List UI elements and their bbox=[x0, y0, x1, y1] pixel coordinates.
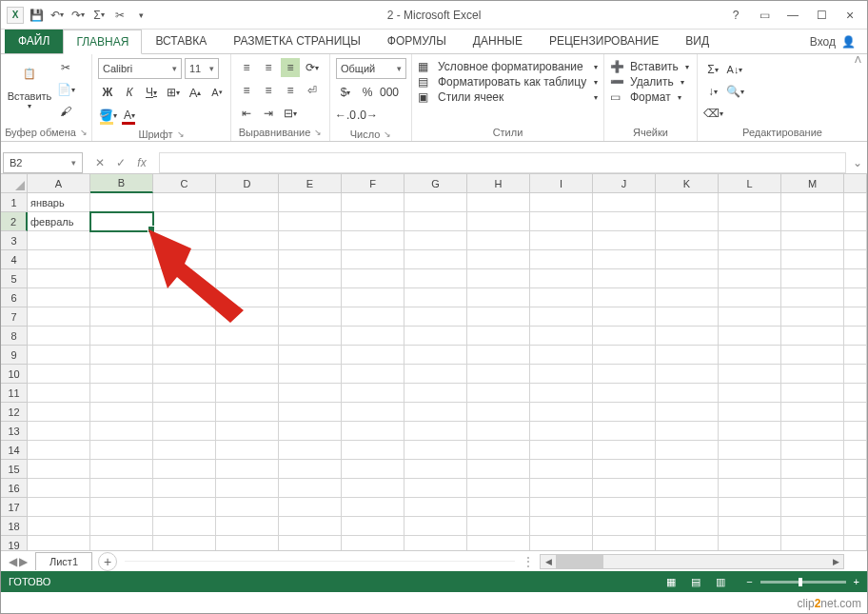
cell[interactable] bbox=[404, 384, 467, 403]
cell[interactable] bbox=[530, 365, 593, 384]
cell[interactable] bbox=[656, 288, 719, 307]
cell[interactable] bbox=[467, 441, 530, 460]
cell[interactable] bbox=[342, 327, 404, 346]
cell[interactable] bbox=[719, 231, 781, 250]
cell[interactable] bbox=[90, 498, 153, 517]
cell[interactable] bbox=[404, 193, 467, 212]
zoom-out-button[interactable]: − bbox=[746, 576, 752, 587]
cell[interactable] bbox=[781, 193, 844, 212]
align-right-button[interactable]: ≡ bbox=[281, 81, 300, 100]
cell[interactable] bbox=[593, 269, 656, 288]
cell[interactable] bbox=[404, 269, 467, 288]
cell[interactable] bbox=[279, 307, 342, 327]
row-header[interactable]: 16 bbox=[1, 479, 28, 498]
number-format-combo[interactable]: Общий▾ bbox=[336, 58, 406, 79]
cell[interactable] bbox=[719, 460, 781, 479]
cell[interactable] bbox=[719, 498, 781, 517]
cell[interactable] bbox=[781, 517, 844, 536]
cell[interactable] bbox=[844, 365, 867, 384]
cell[interactable] bbox=[656, 212, 719, 231]
row-header[interactable]: 7 bbox=[1, 307, 28, 327]
cell[interactable] bbox=[530, 422, 593, 441]
cell[interactable] bbox=[467, 269, 530, 288]
cell[interactable] bbox=[844, 193, 867, 212]
cell[interactable] bbox=[844, 250, 867, 269]
cell[interactable] bbox=[216, 327, 279, 346]
cell[interactable] bbox=[467, 498, 530, 517]
sheet-tab[interactable]: Лист1 bbox=[35, 552, 92, 570]
align-middle-button[interactable]: ≡ bbox=[259, 58, 278, 77]
cell[interactable] bbox=[530, 269, 593, 288]
cell[interactable] bbox=[279, 422, 342, 441]
cell[interactable] bbox=[593, 212, 656, 231]
cell[interactable] bbox=[153, 384, 216, 403]
cell[interactable] bbox=[28, 422, 90, 441]
cell[interactable] bbox=[404, 422, 467, 441]
cell[interactable] bbox=[153, 441, 216, 460]
font-color-button[interactable]: A▾ bbox=[120, 106, 139, 125]
cell[interactable] bbox=[844, 498, 867, 517]
cell[interactable] bbox=[28, 498, 90, 517]
cell[interactable] bbox=[467, 460, 530, 479]
cell[interactable] bbox=[719, 365, 781, 384]
cell[interactable] bbox=[719, 327, 781, 346]
cell[interactable] bbox=[656, 307, 719, 327]
cell[interactable] bbox=[844, 441, 867, 460]
column-header[interactable]: J bbox=[593, 174, 656, 193]
align-left-button[interactable]: ≡ bbox=[237, 81, 256, 100]
cell[interactable] bbox=[467, 422, 530, 441]
undo-icon[interactable]: ↶▾ bbox=[49, 7, 66, 24]
cut-icon[interactable]: ✂ bbox=[111, 7, 128, 24]
column-header[interactable]: F bbox=[342, 174, 404, 193]
cell[interactable] bbox=[719, 346, 781, 365]
row-header[interactable]: 18 bbox=[1, 517, 28, 536]
cell[interactable] bbox=[90, 269, 153, 288]
cell[interactable] bbox=[467, 212, 530, 231]
cell[interactable] bbox=[90, 422, 153, 441]
format-as-table-button[interactable]: ▤Форматировать как таблицу▾ bbox=[418, 75, 598, 89]
cell[interactable] bbox=[656, 517, 719, 536]
alignment-launcher-icon[interactable]: ↘ bbox=[314, 128, 322, 137]
cell[interactable] bbox=[342, 441, 404, 460]
cell[interactable] bbox=[28, 517, 90, 536]
ribbon-display-button[interactable]: ▭ bbox=[751, 4, 778, 27]
number-launcher-icon[interactable]: ↘ bbox=[384, 129, 391, 139]
cell[interactable] bbox=[467, 517, 530, 536]
cell[interactable] bbox=[844, 422, 867, 441]
format-painter-button[interactable]: 🖌 bbox=[56, 102, 75, 121]
row-header[interactable]: 5 bbox=[1, 269, 28, 288]
sign-in-link[interactable]: Вход 👤 bbox=[799, 30, 867, 53]
clipboard-launcher-icon[interactable]: ↘ bbox=[80, 128, 88, 137]
cell[interactable] bbox=[593, 517, 656, 536]
cell[interactable] bbox=[153, 288, 216, 307]
cell[interactable] bbox=[781, 231, 844, 250]
cell[interactable] bbox=[781, 307, 844, 327]
cell[interactable] bbox=[530, 498, 593, 517]
cell[interactable]: январь bbox=[28, 193, 90, 212]
cell[interactable] bbox=[404, 498, 467, 517]
cell[interactable] bbox=[279, 212, 342, 231]
column-header[interactable]: B bbox=[90, 174, 153, 193]
cell[interactable] bbox=[216, 422, 279, 441]
page-break-view-button[interactable]: ▥ bbox=[710, 574, 731, 589]
cell[interactable] bbox=[593, 441, 656, 460]
autosum-icon[interactable]: Σ▾ bbox=[90, 7, 108, 24]
cell[interactable] bbox=[593, 460, 656, 479]
cell[interactable] bbox=[719, 288, 781, 307]
minimize-button[interactable]: — bbox=[779, 4, 806, 27]
cell[interactable] bbox=[781, 269, 844, 288]
cell[interactable] bbox=[342, 250, 404, 269]
select-all-button[interactable] bbox=[1, 174, 28, 193]
conditional-formatting-button[interactable]: ▦Условное форматирование▾ bbox=[418, 60, 598, 73]
cell[interactable] bbox=[216, 250, 279, 269]
enter-formula-icon[interactable]: ✓ bbox=[111, 156, 130, 169]
cell[interactable] bbox=[404, 346, 467, 365]
cell[interactable] bbox=[404, 212, 467, 231]
cell[interactable] bbox=[404, 250, 467, 269]
cell[interactable] bbox=[216, 307, 279, 327]
cell[interactable] bbox=[404, 365, 467, 384]
cell[interactable] bbox=[216, 346, 279, 365]
cell[interactable] bbox=[530, 460, 593, 479]
cell[interactable] bbox=[279, 346, 342, 365]
cell[interactable] bbox=[530, 346, 593, 365]
